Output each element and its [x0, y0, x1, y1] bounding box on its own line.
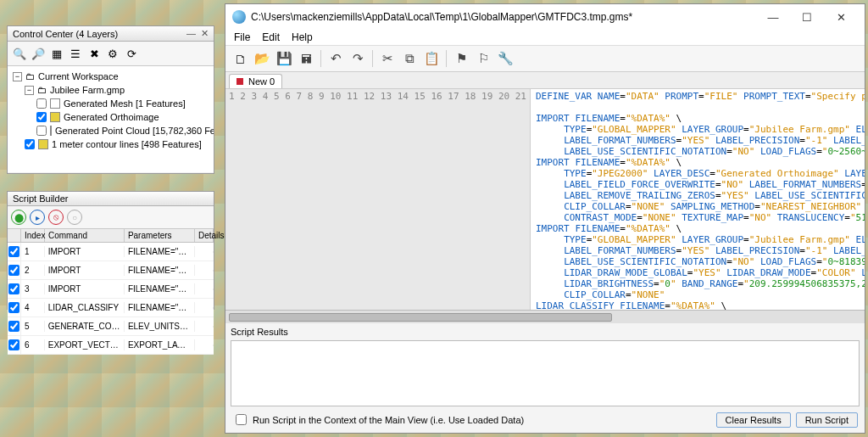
stop-icon[interactable]: ⦸ — [48, 210, 64, 225]
table-row[interactable]: 4 LIDAR_CLASSIFY FILENAME="C:\Users... — [8, 299, 214, 317]
flag-icon[interactable]: ⚑ — [452, 49, 470, 68]
row-checkbox[interactable] — [8, 246, 19, 257]
clear-results-button[interactable]: Clear Results — [716, 412, 791, 428]
horizontal-scrollbar[interactable] — [225, 310, 865, 323]
cell-parameters: FILENAME="C:\Users... — [125, 283, 195, 294]
col-details[interactable]: Details — [195, 229, 214, 242]
col-index[interactable]: Index — [21, 229, 45, 242]
cell-details — [195, 345, 214, 346]
table-row[interactable]: 2 IMPORT FILENAME="C:\Users... — [8, 261, 214, 280]
code-text[interactable]: DEFINE_VAR NAME="DATA" PROMPT="FILE" PRO… — [531, 89, 865, 310]
window-title: C:\Users\mackenziemills\AppData\Local\Te… — [251, 11, 632, 23]
cell-index: 4 — [21, 302, 45, 313]
cell-command: LIDAR_CLASSIFY — [45, 302, 125, 313]
cell-command: IMPORT — [45, 283, 125, 294]
context-checkbox-text: Run Script in the Context of the Main Vi… — [253, 415, 524, 425]
cell-index: 3 — [21, 283, 45, 294]
menu-edit[interactable]: Edit — [262, 31, 280, 43]
cell-parameters: ELEV_UNITS="METER... — [125, 321, 195, 332]
close-icon[interactable]: ✕ — [824, 8, 858, 26]
layer-tree[interactable]: − 🗀 Current Workspace − 🗀 Jubilee Farm.g… — [8, 66, 214, 172]
save-icon[interactable]: 💾 — [275, 49, 293, 68]
script-builder-panel: Script Builder ⬤ ▸ ⦸ ○ Index Command Par… — [7, 191, 214, 310]
cell-details — [195, 289, 214, 290]
new-icon[interactable]: 🗋 — [231, 49, 249, 68]
metadata-icon[interactable]: ☰ — [67, 45, 84, 62]
layer-swatch-icon — [50, 112, 60, 122]
col-command[interactable]: Command — [45, 229, 125, 242]
menu-help[interactable]: Help — [292, 31, 313, 43]
flags-icon[interactable]: ⚐ — [474, 49, 492, 68]
script-builder-title-bar[interactable]: Script Builder — [8, 192, 214, 206]
row-checkbox[interactable] — [8, 302, 19, 313]
open-icon[interactable]: 📂 — [253, 49, 271, 68]
cell-parameters: FILENAME="C:\Users... — [125, 265, 195, 276]
layer-checkbox[interactable] — [36, 98, 47, 109]
row-checkbox[interactable] — [8, 283, 19, 294]
folder-icon: 🗀 — [25, 70, 35, 83]
tool-icon[interactable]: 🔧 — [496, 49, 515, 68]
layer-label[interactable]: Generated Mesh [1 Features] — [64, 97, 186, 110]
layer-checkbox[interactable] — [36, 126, 47, 136]
save-all-icon[interactable]: 🖬 — [297, 49, 315, 68]
zoom-in-icon[interactable]: 🔍 — [11, 45, 28, 62]
redo-icon[interactable]: ↷ — [348, 49, 367, 68]
cell-index: 1 — [21, 246, 45, 257]
layer-label[interactable]: 1 meter contour lines [498 Features] — [52, 137, 202, 151]
script-builder-title: Script Builder — [13, 193, 68, 204]
layer-options-icon[interactable]: ⚙ — [104, 45, 121, 62]
tab-label: New 0 — [248, 76, 275, 87]
control-center-title: Control Center (4 Layers) — [13, 29, 118, 39]
minimize-icon[interactable]: — — [756, 8, 790, 26]
table-row[interactable]: 3 IMPORT FILENAME="C:\Users... — [8, 280, 214, 299]
cell-index: 5 — [21, 321, 45, 332]
layer-label[interactable]: Generated Point Cloud [15,782,360 Featur… — [55, 124, 214, 137]
run-script-button[interactable]: Run Script — [796, 412, 858, 428]
collapse-icon[interactable]: − — [13, 72, 22, 81]
line-gutter: 1 2 3 4 5 6 7 8 9 10 11 12 13 14 15 16 1… — [225, 89, 531, 310]
code-editor[interactable]: 1 2 3 4 5 6 7 8 9 10 11 12 13 14 15 16 1… — [225, 89, 865, 310]
layer-checkbox[interactable] — [36, 112, 47, 122]
row-checkbox[interactable] — [8, 339, 19, 350]
layer-group[interactable]: Jubilee Farm.gmp — [50, 83, 125, 97]
undo-icon[interactable]: ↶ — [326, 49, 345, 68]
menu-file[interactable]: File — [234, 31, 250, 43]
paste-icon[interactable]: 📋 — [422, 49, 441, 68]
results-label: Script Results — [225, 323, 865, 340]
record-icon[interactable]: ⬤ — [11, 210, 26, 225]
row-checkbox[interactable] — [8, 265, 19, 276]
folder-icon: 🗀 — [37, 83, 47, 97]
copy-icon[interactable]: ⧉ — [400, 49, 419, 68]
grid-icon[interactable]: ▦ — [48, 45, 65, 62]
workspace-root: Current Workspace — [38, 70, 119, 83]
control-center-title-bar[interactable]: Control Center (4 Layers) — ✕ — [8, 26, 214, 42]
close-layer-icon[interactable]: ✖ — [86, 45, 103, 62]
clear-icon[interactable]: ○ — [67, 210, 82, 225]
editor-toolbar: 🗋 📂 💾 🖬 ↶ ↷ ✂ ⧉ 📋 ⚑ ⚐ 🔧 — [225, 46, 865, 72]
editor-title-bar[interactable]: C:\Users\mackenziemills\AppData\Local\Te… — [225, 4, 865, 30]
layer-checkbox[interactable] — [25, 139, 35, 149]
editor-tab[interactable]: New 0 — [229, 74, 282, 88]
table-row[interactable]: 1 IMPORT FILENAME="C:\Users... — [8, 243, 214, 261]
refresh-icon[interactable]: ⟳ — [123, 45, 140, 62]
collapse-icon[interactable]: − — [25, 86, 34, 95]
cell-command: GENERATE_CONT... — [45, 321, 125, 332]
results-box[interactable] — [231, 340, 860, 406]
row-checkbox[interactable] — [8, 321, 19, 332]
col-parameters[interactable]: Parameters — [125, 229, 195, 242]
layer-label[interactable]: Generated Orthoimage — [64, 110, 159, 124]
cell-details — [195, 251, 214, 253]
table-row[interactable]: 5 GENERATE_CONT... ELEV_UNITS="METER... — [8, 317, 214, 336]
table-row[interactable]: 6 EXPORT_VECTOR EXPORT_LAYER="1 m... — [8, 336, 214, 355]
play-icon[interactable]: ▸ — [30, 210, 45, 225]
maximize-icon[interactable]: ☐ — [790, 8, 824, 26]
context-checkbox[interactable] — [236, 414, 247, 425]
cell-details — [195, 307, 214, 309]
minimize-icon[interactable]: — — [186, 28, 196, 39]
context-checkbox-label[interactable]: Run Script in the Context of the Main Vi… — [232, 412, 524, 428]
cut-icon[interactable]: ✂ — [378, 49, 397, 68]
cell-index: 6 — [21, 339, 45, 350]
close-icon[interactable]: ✕ — [201, 28, 209, 39]
zoom-layer-icon[interactable]: 🔎 — [30, 45, 47, 62]
cell-parameters: FILENAME="C:\Users... — [125, 302, 195, 313]
